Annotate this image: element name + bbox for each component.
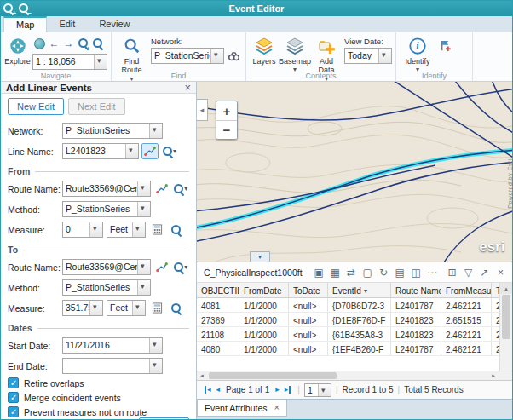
to-measure-dropdown-icon[interactable] <box>89 301 102 315</box>
prevent-measures-checkbox[interactable] <box>8 406 19 417</box>
map-zoom-out-button[interactable]: − <box>216 120 237 139</box>
table-row[interactable]: 40801/1/2000<null>{1EF4B260-FL24017872.4… <box>197 342 499 356</box>
tab-map[interactable]: Map <box>3 16 47 32</box>
to-measure-unit-select[interactable]: Feet <box>107 300 146 316</box>
previous-page-button[interactable] <box>216 386 221 394</box>
map-scale-dropdown-icon[interactable] <box>94 55 107 69</box>
maximize-table-icon[interactable] <box>476 265 493 280</box>
vertical-scrollbar[interactable] <box>499 283 512 371</box>
new-edit-button[interactable]: New Edit <box>8 98 64 115</box>
column-header-fromdate[interactable]: FromDate <box>239 283 289 297</box>
from-route-search-icon[interactable] <box>173 181 190 197</box>
column-header-tomeasure[interactable]: ToMea <box>492 283 499 297</box>
basemap-button[interactable]: Basemap <box>279 35 311 73</box>
collapse-table-arrow-icon[interactable] <box>250 251 270 262</box>
to-unit-dropdown-icon[interactable] <box>132 301 145 315</box>
layers-button[interactable]: Layers <box>250 35 279 66</box>
table-row[interactable]: 273691/1/2000<null>{D1E8F76D-FL24018232.… <box>197 313 499 327</box>
horizontal-scroll-thumb[interactable] <box>209 372 337 379</box>
identify-route-location-icon[interactable] <box>437 37 453 54</box>
line-search-icon[interactable] <box>161 143 178 159</box>
select-line-on-map-icon[interactable] <box>141 143 159 159</box>
close-table-icon[interactable] <box>493 265 509 280</box>
find-network-dropdown-icon[interactable] <box>210 49 223 63</box>
close-tab-icon[interactable] <box>274 403 280 412</box>
to-measure-search-icon[interactable] <box>168 300 185 316</box>
zoom-in-icon[interactable] <box>76 37 90 51</box>
merge-coincident-checkbox[interactable] <box>8 392 19 403</box>
save-edits-icon[interactable] <box>408 265 424 280</box>
from-route-name-select[interactable]: Route33569@Centb <box>62 181 151 197</box>
collapse-panel-arrow-icon[interactable] <box>197 99 208 121</box>
last-page-button[interactable] <box>285 386 291 394</box>
start-date-dropdown-icon[interactable] <box>149 338 162 353</box>
start-date-field[interactable]: 11/21/2016 <box>62 337 163 354</box>
tab-edit[interactable]: Edit <box>47 16 87 32</box>
horizontal-scrollbar[interactable] <box>197 371 512 380</box>
to-measure-select[interactable]: 351.75 <box>62 300 103 316</box>
from-method-select[interactable]: P_StationSeries <box>62 201 151 217</box>
next-page-button[interactable] <box>275 386 280 394</box>
tab-review[interactable]: Review <box>87 16 141 32</box>
from-measure-search-icon[interactable] <box>168 222 185 238</box>
scroll-left-icon[interactable] <box>197 371 207 380</box>
scroll-up-icon[interactable] <box>500 283 512 294</box>
select-from-route-on-map-icon[interactable] <box>153 181 170 197</box>
view-date-filter-icon[interactable] <box>392 265 408 280</box>
to-route-dropdown-icon[interactable] <box>137 260 150 274</box>
column-header-routename[interactable]: Route Name <box>391 283 441 297</box>
refresh-table-icon[interactable] <box>376 265 392 280</box>
tab-event-attributes[interactable]: Event Attributes <box>197 400 287 417</box>
full-extent-icon[interactable] <box>32 37 47 51</box>
select-to-route-on-map-icon[interactable] <box>153 259 170 275</box>
column-header-objectid[interactable]: OBJECTID <box>197 283 239 297</box>
to-method-select[interactable]: P_StationSeries <box>62 279 151 296</box>
end-date-field[interactable] <box>62 358 163 374</box>
column-header-todate[interactable]: ToDate <box>289 283 328 297</box>
clear-selection-icon[interactable] <box>360 265 376 280</box>
map-zoom-in-button[interactable]: + <box>216 101 237 120</box>
close-panel-icon[interactable] <box>184 82 191 93</box>
show-selected-records-icon[interactable] <box>327 265 343 280</box>
next-extent-icon[interactable] <box>61 37 76 51</box>
more-options-icon[interactable] <box>424 265 441 280</box>
from-method-dropdown-icon[interactable] <box>137 202 150 216</box>
to-route-name-select[interactable]: Route33569@Centb <box>62 259 151 275</box>
scroll-right-icon[interactable] <box>488 371 499 380</box>
find-network-select[interactable]: P_StationSeries <box>151 48 224 64</box>
from-route-dropdown-icon[interactable] <box>137 181 150 196</box>
binoculars-search-icon[interactable] <box>226 48 242 64</box>
identify-button[interactable]: i Identify <box>400 35 435 73</box>
filter-icon[interactable] <box>460 265 476 280</box>
column-header-eventid[interactable]: EventId <box>328 283 391 297</box>
first-page-button[interactable] <box>205 386 211 394</box>
to-method-dropdown-icon[interactable] <box>137 280 150 295</box>
view-date-dropdown-icon[interactable] <box>378 49 391 63</box>
network-dropdown-icon[interactable] <box>149 124 162 138</box>
to-measure-calculator-icon[interactable] <box>148 300 165 316</box>
per-page-dropdown-icon[interactable] <box>318 384 331 396</box>
line-name-dropdown-icon[interactable] <box>125 144 138 158</box>
table-row[interactable]: 211081/1/2000<null>{61B435A8-3L24018232.… <box>197 327 499 342</box>
from-measure-select[interactable]: 0 <box>62 222 103 238</box>
from-measure-calculator-icon[interactable] <box>148 222 165 238</box>
explore-button[interactable]: Explore <box>4 35 31 66</box>
switch-selection-icon[interactable] <box>343 265 360 280</box>
to-route-search-icon[interactable] <box>173 259 190 275</box>
zoom-out-icon[interactable] <box>90 37 105 51</box>
map[interactable]: + − Powered by Esri esri <box>197 82 512 262</box>
choose-columns-icon[interactable] <box>444 265 460 280</box>
table-row[interactable]: 40811/1/2000<null>{D70B6D72-3L24017872.4… <box>197 298 499 313</box>
vertical-scroll-thumb[interactable] <box>502 295 510 339</box>
select-events-icon[interactable] <box>311 265 327 280</box>
network-select[interactable]: P_StationSeries <box>62 123 163 139</box>
records-per-page-select[interactable]: 1 <box>304 383 331 397</box>
previous-extent-icon[interactable] <box>47 37 61 51</box>
line-name-select[interactable]: L2401823 <box>62 143 139 159</box>
from-measure-unit-select[interactable]: Feet <box>107 222 146 238</box>
retire-overlaps-checkbox[interactable] <box>8 377 19 388</box>
from-unit-dropdown-icon[interactable] <box>132 222 145 237</box>
view-date-select[interactable]: Today <box>344 48 392 64</box>
column-header-frommeasure[interactable]: FromMeasure <box>441 283 492 297</box>
map-scale-select[interactable]: 1 : 18,056 <box>32 54 107 70</box>
